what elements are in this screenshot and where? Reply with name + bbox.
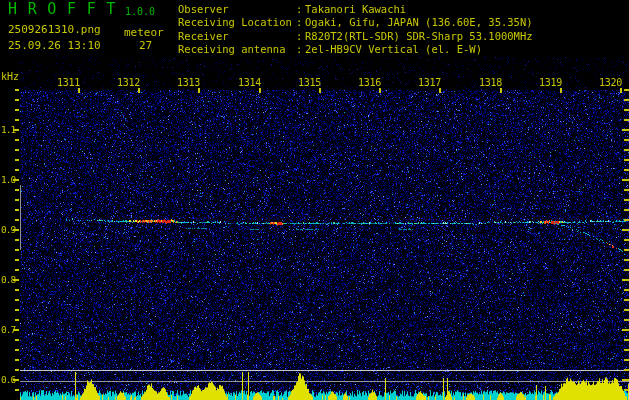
station-label: Receiver [178,30,296,42]
y-tick-label: 1.1 [1,124,15,136]
capture-filename: 2509261310.png [8,24,101,36]
station-row: Observer:Takanori Kawachi [178,3,406,15]
station-value: Ogaki, Gifu, JAPAN (136.60E, 35.35N) [305,16,533,28]
x-tick-label: 1314 [235,77,261,89]
x-tick-label: 1316 [355,77,381,89]
station-value: R820T2(RTL-SDR) SDR-Sharp 53.1000MHz [305,30,533,42]
spectrogram-canvas [0,0,629,400]
station-separator: : [296,30,305,42]
station-label: Receiving antenna [178,43,296,55]
station-label: Receiving Location [178,16,296,28]
x-tick-label: 1319 [536,77,562,89]
app-title: H R O F F T [8,3,116,15]
y-tick-label: 0.9 [1,224,15,236]
station-value: 2el-HB9CV Vertical (el. E-W) [305,43,482,55]
station-row: Receiver:R820T2(RTL-SDR) SDR-Sharp 53.10… [178,30,533,42]
capture-mode: meteor [124,27,164,39]
x-tick-label: 1315 [295,77,321,89]
x-tick-label: 1320 [596,77,622,89]
x-tick-label: 1317 [415,77,441,89]
station-separator: : [296,16,305,28]
app-version: 1.0.0 [125,6,155,18]
station-separator: : [296,43,305,55]
station-row: Receiving antenna:2el-HB9CV Vertical (el… [178,43,482,55]
x-tick-label: 1318 [476,77,502,89]
x-tick-label: 1313 [174,77,200,89]
y-tick-label: 0.6 [1,374,15,386]
station-separator: : [296,3,305,15]
y-tick-label: 0.8 [1,274,15,286]
x-tick-label: 1311 [54,77,80,89]
y-axis-unit-label: kHz [1,71,19,83]
hrofft-window: H R O F F T 1.0.0 2509261310.png meteor … [0,0,629,400]
y-tick-label: 1.0 [1,174,15,186]
station-label: Observer [178,3,296,15]
station-row: Receiving Location:Ogaki, Gifu, JAPAN (1… [178,16,533,28]
y-tick-label: 0.7 [1,324,15,336]
x-tick-label: 1312 [114,77,140,89]
station-value: Takanori Kawachi [305,3,406,15]
meteor-count: 27 [139,40,152,52]
capture-datetime: 25.09.26 13:10 [8,40,101,52]
